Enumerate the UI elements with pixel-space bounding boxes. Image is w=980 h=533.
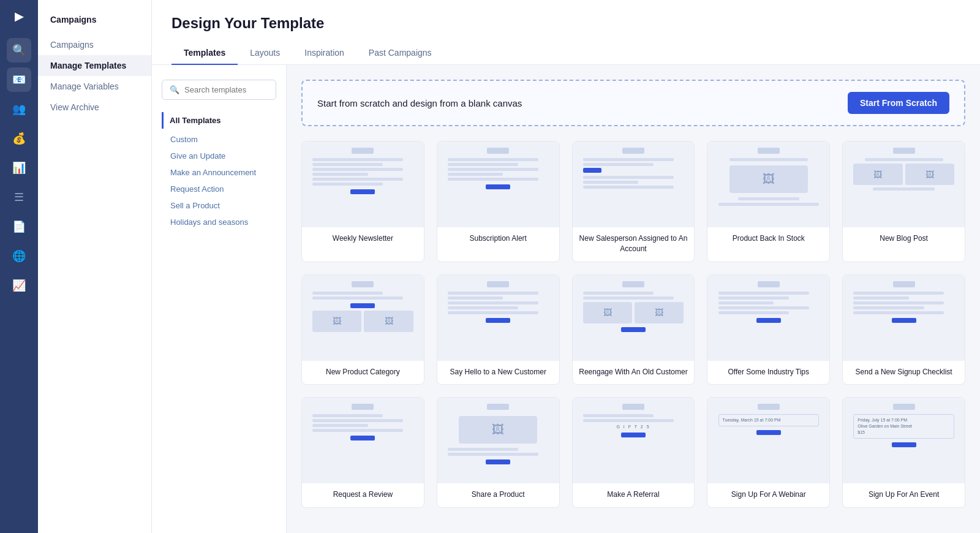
filter-all-templates[interactable]: All Templates: [162, 112, 276, 129]
thumb-line: [738, 197, 800, 200]
template-name: Send a New Signup Checklist: [843, 361, 965, 385]
template-card-industry-tips[interactable]: Offer Some Industry Tips: [707, 274, 830, 385]
nav-item-manage-variables[interactable]: Manage Variables: [38, 76, 151, 97]
template-card-request-review[interactable]: Request a Review: [301, 397, 424, 508]
thumb-text-block: [448, 448, 549, 456]
analytics-nav-icon[interactable]: 📈: [7, 273, 31, 298]
thumb-line: [718, 292, 809, 295]
thumb-line: [583, 186, 674, 189]
template-card-share-product[interactable]: 🖼 Share a Product: [437, 397, 560, 508]
thumb-logo: [352, 404, 374, 410]
template-card-new-salesperson[interactable]: New Salesperson Assigned to An Account: [572, 141, 695, 262]
thumb-logo: [487, 281, 509, 287]
template-card-webinar[interactable]: Tuesday, March 15 at 7:00 PM Sign Up For…: [707, 397, 830, 508]
thumb-line: [583, 176, 674, 179]
nav-item-view-archive[interactable]: View Archive: [38, 97, 151, 118]
thumb-logo: [893, 404, 915, 410]
tab-templates[interactable]: Templates: [172, 42, 238, 65]
thumb-line: [312, 178, 403, 181]
thumb-line: [583, 297, 674, 300]
revenue-nav-icon[interactable]: 💰: [7, 126, 31, 151]
template-card-subscription-alert[interactable]: Subscription Alert: [437, 141, 560, 262]
thumb-line: [448, 306, 518, 309]
tab-layouts[interactable]: Layouts: [238, 42, 292, 65]
thumb-btn: [756, 318, 781, 323]
thumb-btn: [621, 327, 646, 332]
tab-past-campaigns[interactable]: Past Campaigns: [356, 42, 444, 65]
template-card-product-back-in-stock[interactable]: 🖼 Product Back In Stock: [707, 141, 830, 262]
thumb-line: [312, 183, 383, 186]
thumb-line: [312, 292, 383, 295]
thumb-text-block: [583, 414, 684, 422]
contacts-nav-icon[interactable]: 👥: [7, 97, 31, 121]
thumb-two-col: 🖼 🖼: [583, 302, 684, 323]
thumb-line: [448, 448, 518, 451]
thumb-referral: G I F T 2 5: [583, 425, 684, 429]
filter-make-announcement[interactable]: Make an Announcement: [162, 164, 276, 181]
nav-item-manage-templates[interactable]: Manage Templates: [38, 55, 151, 76]
thumb-btn: [892, 442, 916, 447]
template-card-make-referral[interactable]: G I F T 2 5 Make A Referral: [572, 397, 695, 508]
template-card-reengage[interactable]: 🖼 🖼 Reengage With An Old Customer: [572, 274, 695, 385]
thumb-logo: [352, 148, 374, 154]
thumb-line: [448, 163, 518, 166]
template-card-say-hello[interactable]: Say Hello to a New Customer: [437, 274, 560, 385]
template-name: Offer Some Industry Tips: [707, 361, 829, 385]
thumb-line: [853, 306, 924, 309]
thumb-line: [448, 301, 538, 304]
filter-request-action[interactable]: Request Action: [162, 181, 276, 197]
search-nav-icon[interactable]: 🔍: [7, 38, 31, 62]
thumb-img-small: 🖼: [905, 164, 954, 185]
lists-nav-icon[interactable]: ☰: [7, 185, 31, 210]
thumb-btn: [486, 459, 510, 464]
thumb-line: [312, 424, 368, 427]
thumb-line: [583, 163, 654, 166]
template-card-new-blog-post[interactable]: 🖼 🖼 New Blog Post: [842, 141, 965, 262]
thumb-line: [865, 158, 943, 161]
thumb-img-small: 🖼: [635, 302, 684, 323]
thumb-btn: [350, 436, 375, 440]
template-thumb: 🖼: [437, 398, 559, 483]
thumb-logo: [622, 404, 644, 410]
campaigns-nav-icon[interactable]: 📧: [7, 67, 31, 92]
thumb-img-small: 🖼: [583, 302, 632, 323]
thumb-btn: [756, 430, 781, 435]
filter-custom[interactable]: Custom: [162, 131, 276, 148]
thumb-line: [448, 292, 538, 295]
left-nav: Campaigns Campaigns Manage Templates Man…: [38, 0, 152, 533]
start-from-scratch-button[interactable]: Start From Scratch: [848, 92, 949, 114]
thumb-line: [448, 453, 538, 456]
thumb-logo: [893, 148, 915, 154]
template-name: New Product Category: [302, 361, 424, 385]
thumb-line: [312, 297, 403, 300]
thumb-badge: [583, 168, 601, 173]
thumb-line: [312, 158, 403, 161]
thumb-img-small: 🖼: [364, 311, 413, 332]
reports-nav-icon[interactable]: 📊: [7, 156, 31, 180]
tab-inspiration[interactable]: Inspiration: [292, 42, 356, 65]
thumb-two-col: 🖼 🖼: [312, 311, 413, 332]
thumb-line: [718, 203, 820, 206]
thumb-btn: [621, 433, 646, 437]
template-card-new-product-category[interactable]: 🖼 🖼 New Product Category: [301, 274, 424, 385]
template-name: New Blog Post: [843, 227, 965, 251]
template-card-weekly-newsletter[interactable]: Weekly Newsletter: [301, 141, 424, 262]
template-thumb: [302, 398, 424, 483]
template-card-signup-checklist[interactable]: Send a New Signup Checklist: [842, 274, 965, 385]
search-box[interactable]: 🔍: [162, 80, 276, 100]
filter-holidays[interactable]: Holidays and seasons: [162, 214, 276, 230]
scratch-banner: Start from scratch and design from a bla…: [301, 80, 965, 126]
template-name: Product Back In Stock: [707, 227, 829, 251]
document-nav-icon[interactable]: 📄: [7, 214, 31, 239]
filter-give-update[interactable]: Give an Update: [162, 148, 276, 164]
search-input[interactable]: [184, 85, 268, 94]
thumb-line: [718, 311, 789, 314]
template-card-event[interactable]: Friday, July 15 at 7:00 PMOlive Garden o…: [842, 397, 965, 508]
template-thumb: [573, 142, 695, 227]
thumb-line: [853, 301, 944, 304]
global-nav-icon[interactable]: 🌐: [7, 244, 31, 268]
nav-item-campaigns[interactable]: Campaigns: [38, 34, 151, 55]
filter-sell-product[interactable]: Sell a Product: [162, 197, 276, 214]
left-nav-title: Campaigns: [38, 10, 151, 34]
sidebar-brand[interactable]: ▶: [15, 10, 23, 23]
